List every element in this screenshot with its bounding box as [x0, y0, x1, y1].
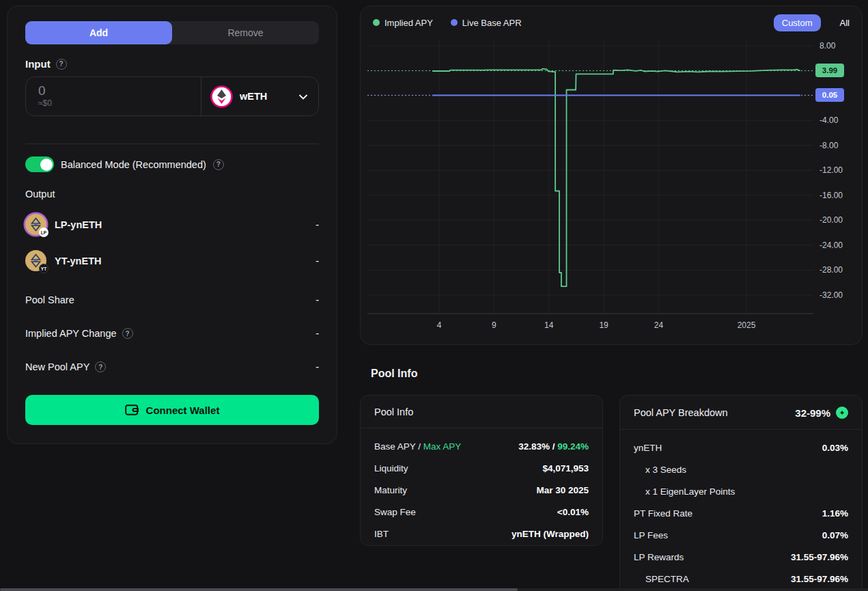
svg-text:8.00: 8.00: [820, 41, 836, 51]
implied-apy-change-value: -: [316, 328, 319, 339]
new-pool-apy-value: -: [316, 361, 319, 372]
lp-badge: LP: [39, 228, 48, 237]
seeds-row: x 3 Seeds: [634, 458, 848, 480]
svg-text:-28.00: -28.00: [820, 265, 843, 275]
output-token-name: YT-ynETH: [55, 256, 307, 266]
svg-text:2025: 2025: [738, 320, 756, 330]
svg-text:19: 19: [599, 320, 608, 330]
output-value: -: [316, 256, 319, 266]
sparkle-icon[interactable]: ✦: [836, 407, 848, 419]
yt-yneth-icon: YT: [25, 250, 46, 271]
lp-rewards-row: LP Rewards 31.55-97.96%: [634, 546, 848, 568]
pool-info-card-header: Pool Info: [374, 407, 413, 417]
svg-text:-16.00: -16.00: [820, 191, 843, 200]
balanced-mode-help-icon[interactable]: ?: [213, 159, 224, 170]
green-dot-icon: [373, 19, 380, 26]
balanced-mode-label: Balanced Mode (Recommended): [61, 159, 206, 170]
pool-info-card: Pool Info Base APY / Max APY 32.83% / 99…: [360, 395, 603, 546]
pool-apy-breakdown-card: Pool APY Breakdown 32-99% ✦ ynETH 0.03% …: [619, 395, 863, 591]
token-select[interactable]: wETH: [201, 77, 318, 115]
amount-input[interactable]: [38, 83, 161, 98]
apy-total-value: 32-99%: [795, 407, 830, 419]
tab-remove[interactable]: Remove: [172, 21, 319, 44]
legend-live-base-apr: Live Base APR: [451, 18, 522, 28]
svg-text:4: 4: [437, 320, 442, 330]
svg-text:-32.00: -32.00: [820, 290, 843, 300]
pool-share-value: -: [316, 294, 319, 305]
pool-info-section-title: Pool Info: [371, 368, 417, 380]
svg-text:-12.00: -12.00: [820, 165, 843, 175]
horizontal-scrollbar-thumb[interactable]: [0, 588, 518, 591]
output-row-lp: LP LP-ynETH -: [25, 213, 319, 236]
input-label: Input: [25, 58, 51, 70]
svg-text:-4.00: -4.00: [820, 115, 839, 125]
chart-card: 4914192420258.00-4.00-8.00-12.00-16.00-2…: [360, 5, 863, 345]
page: Add Remove Input ? ≈$0 wETH: [0, 0, 868, 591]
token-name: wETH: [240, 91, 292, 102]
pt-fixed-rate-row: PT Fixed Rate 1.16%: [634, 502, 848, 524]
wallet-icon: [125, 404, 139, 416]
implied-apy-change-help-icon[interactable]: ?: [122, 328, 133, 339]
horizontal-scrollbar-track[interactable]: [0, 588, 868, 591]
blue-dot-icon: [451, 19, 458, 26]
tab-add[interactable]: Add: [25, 21, 172, 44]
base-max-apy-row: Base APY / Max APY 32.83% / 99.24%: [374, 435, 589, 457]
yt-badge: YT: [39, 264, 48, 273]
chart-plot[interactable]: 4914192420258.00-4.00-8.00-12.00-16.00-2…: [361, 6, 863, 346]
pool-share-label: Pool Share: [25, 294, 74, 305]
connect-wallet-label: Connect Wallet: [146, 404, 220, 416]
new-pool-apy-label: New Pool APY: [25, 361, 89, 372]
input-help-icon[interactable]: ?: [56, 59, 67, 70]
pool-share-row: Pool Share -: [25, 294, 319, 305]
implied-apy-badge: 3.99: [815, 64, 844, 77]
svg-text:14: 14: [544, 320, 554, 330]
legend-implied-apy: Implied APY: [373, 18, 433, 28]
liquidity-panel: Add Remove Input ? ≈$0 wETH: [7, 5, 337, 444]
swap-fee-row: Swap Fee <0.01%: [374, 501, 589, 523]
range-all-button[interactable]: All: [840, 18, 850, 28]
add-remove-tabs: Add Remove: [25, 21, 319, 44]
ibt-row: IBT ynETH (Wrapped): [374, 523, 589, 545]
weth-icon: [210, 85, 233, 108]
spectra-row: SPECTRA 31.55-97.96%: [634, 568, 848, 590]
maturity-row: Maturity Mar 30 2025: [374, 479, 589, 501]
live-base-apr-badge: 0.05: [815, 88, 844, 102]
lp-yneth-icon: LP: [25, 214, 46, 235]
new-pool-apy-row: New Pool APY ? -: [25, 361, 319, 372]
output-token-name: LP-ynETH: [55, 219, 307, 230]
output-row-yt: YT YT-ynETH -: [25, 249, 319, 272]
output-value: -: [316, 219, 319, 230]
amount-input-box: ≈$0 wETH: [25, 77, 319, 116]
svg-text:-20.00: -20.00: [820, 215, 843, 225]
balanced-mode-toggle[interactable]: [25, 156, 54, 172]
svg-text:24: 24: [654, 320, 664, 330]
chevron-down-icon: [299, 90, 307, 102]
implied-apy-change-row: Implied APY Change ? -: [25, 328, 319, 339]
yneth-row: ynETH 0.03%: [634, 437, 848, 458]
lp-fees-row: LP Fees 0.07%: [634, 524, 848, 546]
liquidity-row: Liquidity $4,071,953: [374, 457, 589, 479]
eigenlayer-points-row: x 1 EigenLayer Points: [634, 480, 848, 502]
divider: [25, 143, 319, 144]
amount-usd-value: ≈$0: [38, 98, 201, 108]
svg-text:-24.00: -24.00: [820, 240, 843, 250]
implied-apy-change-label: Implied APY Change: [25, 328, 117, 339]
connect-wallet-button[interactable]: Connect Wallet: [25, 395, 319, 425]
new-pool-apy-help-icon[interactable]: ?: [95, 361, 106, 372]
pool-apy-breakdown-header: Pool APY Breakdown: [634, 407, 728, 418]
svg-text:-8.00: -8.00: [820, 141, 839, 150]
svg-text:9: 9: [492, 320, 496, 330]
range-custom-button[interactable]: Custom: [774, 14, 821, 31]
output-label: Output: [25, 189, 319, 200]
